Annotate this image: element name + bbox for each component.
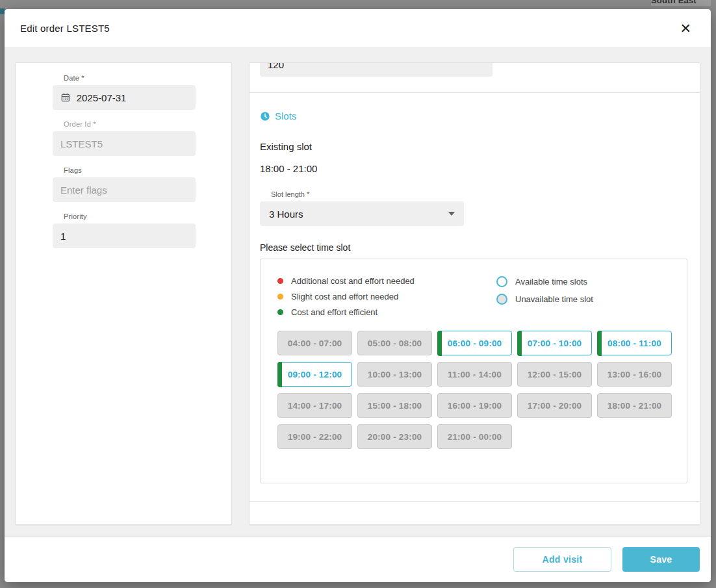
flags-field-group: Flags [53,166,196,202]
time-slot-label: 15:00 - 18:00 [368,401,422,411]
save-button[interactable]: Save [622,547,700,572]
legend-availability-item: Unavailable time slot [496,294,593,305]
efficiency-indicator-bar [597,331,602,356]
close-icon[interactable]: ✕ [678,20,693,36]
dialog-footer: Add visit Save [5,537,711,582]
slots-header-label: Slots [275,110,296,121]
flags-input[interactable] [60,185,188,196]
duration-input[interactable] [268,62,485,70]
slot-length-label: Slot length * [271,190,700,198]
background-region-selector: South East [651,0,711,6]
slots-panel: Slots Existing slot 18:00 - 21:00 Slot l… [249,62,700,525]
time-slot-button: 05:00 - 08:00 [357,331,432,355]
time-slot-button: 20:00 - 23:00 [357,424,432,449]
time-slot-label: 11:00 - 14:00 [448,370,502,379]
date-input[interactable] [77,92,188,103]
time-slot-button: 13:00 - 16:00 [597,362,672,387]
time-slot-box: Additional cost and effort neededSlight … [260,259,687,483]
slot-legend: Additional cost and effort neededSlight … [277,276,670,317]
time-slot-label: 07:00 - 10:00 [528,339,582,348]
time-slot-button: 17:00 - 20:00 [517,393,592,418]
time-slot-button: 18:00 - 21:00 [597,393,672,418]
legend-cost-item: Cost and effort efficient [277,307,496,317]
flags-label: Flags [64,166,196,174]
order-id-input [60,138,188,149]
time-slot-button[interactable]: 07:00 - 10:00 [517,331,592,355]
unavailable-slot-icon [496,294,507,305]
dialog-header: Edit order LSTEST5 ✕ [5,9,711,47]
calendar-icon [60,92,71,103]
dialog-title: Edit order LSTEST5 [20,23,110,34]
legend-label: Slight cost and effort needed [291,292,398,301]
time-slot-label: 21:00 - 00:00 [448,432,502,442]
time-slot-button[interactable]: 06:00 - 09:00 [437,331,512,355]
time-slot-button: 12:00 - 15:00 [517,362,592,387]
edit-order-dialog: Edit order LSTEST5 ✕ Date * [5,9,711,582]
legend-cost-item: Slight cost and effort needed [277,292,496,301]
slot-length-value: 3 Hours [269,209,303,220]
time-slot-button[interactable]: 08:00 - 11:00 [597,331,672,355]
date-field[interactable] [53,85,196,110]
order-id-label: Order Id * [64,120,196,128]
cost-dot-icon [277,278,283,284]
legend-label: Available time slots [515,277,587,287]
legend-label: Additional cost and effort needed [291,276,415,286]
add-visit-button[interactable]: Add visit [513,547,611,572]
time-slot-button: 16:00 - 19:00 [437,393,512,418]
background-accent-tab [0,8,5,14]
section-divider [249,501,700,502]
select-time-slot-prompt: Please select time slot [260,242,700,253]
priority-label: Priority [64,212,196,220]
legend-availability-list: Available time slotsUnavailable time slo… [496,276,593,317]
legend-label: Cost and effort efficient [291,307,377,317]
time-slot-button: 15:00 - 18:00 [357,393,432,418]
priority-input[interactable] [60,231,188,242]
time-slot-label: 13:00 - 16:00 [607,370,662,379]
cost-dot-icon [277,309,283,315]
time-slot-label: 18:00 - 21:00 [607,401,662,411]
clock-icon [260,111,270,121]
time-slot-label: 17:00 - 20:00 [528,401,582,411]
time-slot-label: 06:00 - 09:00 [448,339,502,348]
time-slot-label: 05:00 - 08:00 [368,339,422,348]
time-slot-label: 04:00 - 07:00 [288,339,342,348]
flags-field[interactable] [53,177,196,202]
legend-cost-item: Additional cost and effort needed [277,276,496,286]
priority-field-group: Priority [53,212,196,248]
time-slot-button: 14:00 - 17:00 [277,393,352,418]
legend-label: Unavailable time slot [515,294,593,304]
dialog-body: Date * Order Id * [5,47,711,537]
available-slot-icon [496,276,507,287]
existing-slot-value: 18:00 - 21:00 [260,163,700,174]
slots-section-header: Slots [260,110,700,121]
time-slot-button: 10:00 - 13:00 [357,362,432,387]
time-slot-label: 10:00 - 13:00 [368,370,422,379]
efficiency-indicator-bar [277,362,282,387]
time-slot-label: 16:00 - 19:00 [448,401,502,411]
time-slot-button: 21:00 - 00:00 [437,424,512,449]
order-form-panel: Date * Order Id * [15,62,232,525]
priority-field[interactable] [53,224,196,248]
date-field-group: Date * [53,74,196,110]
order-id-field-group: Order Id * [53,120,196,156]
order-id-field [53,131,196,156]
time-slot-label: 08:00 - 11:00 [607,339,661,348]
legend-availability-item: Available time slots [496,276,593,287]
time-slot-button: 11:00 - 14:00 [437,362,512,387]
time-slot-label: 20:00 - 23:00 [368,432,422,442]
chevron-down-icon [448,212,455,216]
duration-field[interactable] [260,62,492,77]
time-slot-label: 12:00 - 15:00 [528,370,582,379]
efficiency-indicator-bar [437,331,442,356]
time-slot-button: 19:00 - 22:00 [277,424,352,449]
existing-slot-label: Existing slot [260,141,700,152]
efficiency-indicator-bar [517,331,522,356]
time-slot-label: 14:00 - 17:00 [288,401,342,411]
date-label: Date * [64,74,196,82]
slot-length-select[interactable]: 3 Hours [260,201,464,226]
section-divider [249,92,700,93]
time-slot-grid: 04:00 - 07:0005:00 - 08:0006:00 - 09:000… [277,331,672,449]
legend-cost-list: Additional cost and effort neededSlight … [277,276,496,317]
time-slot-button: 04:00 - 07:00 [277,331,352,355]
time-slot-button[interactable]: 09:00 - 12:00 [277,362,352,387]
